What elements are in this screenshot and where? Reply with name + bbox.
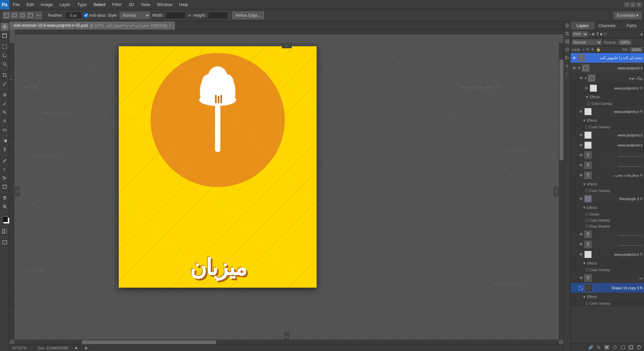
layer-item-12[interactable]: 👁 T ........................ — [571, 160, 644, 170]
menu-file[interactable]: File — [9, 0, 23, 9]
layer-visibility-0[interactable]: 👁 — [572, 56, 577, 60]
document-tab[interactable]: visit-restoran-10.6-www.psdprint.ir-02.p… — [9, 21, 175, 30]
scroll-down-arrow[interactable]: ‹ — [284, 332, 289, 340]
layer-item-13[interactable]: 👁 T سفارشات مجب... fx — [571, 170, 644, 180]
effect-collapse-14[interactable]: ▼ — [583, 182, 586, 186]
swap-icon[interactable]: ⇌ — [188, 13, 191, 18]
menu-filter[interactable]: Filter — [109, 0, 125, 9]
tool-clone-stamp[interactable] — [1, 108, 9, 116]
layer-visibility-16[interactable]: 👁 — [579, 196, 583, 201]
layer-visibility-23[interactable]: 👁 — [579, 252, 583, 257]
layer-visibility-6[interactable]: 👁 — [579, 109, 583, 114]
tool-brush[interactable] — [1, 100, 9, 108]
tool-pen[interactable] — [1, 157, 9, 165]
effect-item-8[interactable]: Color Overlay — [571, 124, 644, 130]
tool-single-row[interactable] — [35, 12, 42, 19]
effect-item-5[interactable]: Color Overlay — [571, 101, 644, 107]
height-input[interactable] — [208, 12, 228, 19]
close-btn[interactable]: × — [637, 2, 641, 7]
h-scroll-thumb[interactable] — [82, 340, 216, 344]
strip-history-icon[interactable] — [565, 47, 570, 52]
lock-transparent-icon[interactable]: ▪ — [583, 48, 584, 52]
style-select[interactable]: Normal Fixed Ratio Fixed Size — [120, 12, 150, 19]
essentials-menu[interactable]: Essentials ▾ — [614, 12, 641, 19]
tool-screen-mode[interactable] — [1, 238, 9, 246]
strip-color-icon[interactable] — [565, 23, 570, 28]
effect-collapse-28[interactable]: ▼ — [583, 295, 586, 299]
menu-3d[interactable]: 3D — [125, 0, 138, 9]
filter-adj-icon[interactable]: ◐ — [592, 32, 595, 36]
tool-gradient[interactable] — [1, 137, 9, 145]
tool-rect-marquee[interactable] — [3, 12, 10, 19]
layer-visibility-2[interactable]: 👁 — [579, 76, 583, 80]
adjustment-layer-btn[interactable] — [612, 344, 618, 350]
layer-visibility-13[interactable]: 👁 — [579, 173, 583, 178]
layer-item-9[interactable]: 👁 www.psdprint.ir — [571, 130, 644, 140]
tool-eraser[interactable] — [1, 126, 9, 134]
status-next-arrow[interactable]: ▶ — [84, 346, 89, 350]
tool-artboard[interactable] — [1, 32, 9, 40]
tool-rect-b[interactable] — [11, 12, 18, 19]
tool-zoom[interactable] — [1, 202, 9, 211]
effect-item-25[interactable]: Color Overlay — [571, 267, 644, 273]
scroll-right-arrow[interactable]: › — [553, 186, 559, 196]
layer-item-0[interactable]: 👁 ! چشم این لایه را خاموش کنید — [571, 53, 644, 63]
layer-item-6[interactable]: 👁 www.psdprint.ir fx — [571, 107, 644, 117]
tool-path-select[interactable] — [1, 174, 9, 182]
tool-quick-mask[interactable] — [1, 227, 9, 235]
menu-image[interactable]: Image — [37, 0, 56, 9]
lock-paint-icon[interactable]: ✎ — [586, 47, 589, 52]
menu-layer[interactable]: Layer — [56, 0, 74, 9]
tool-eyedropper[interactable] — [1, 80, 9, 88]
effect-collapse-24[interactable]: ▼ — [583, 261, 586, 265]
effect-item-18[interactable]: Stroke — [571, 211, 644, 217]
effect-header-7[interactable]: ▼ Effects — [571, 117, 644, 124]
tool-crop[interactable] — [1, 71, 9, 79]
lock-position-icon[interactable]: ✛ — [591, 47, 594, 52]
layer-style-btn[interactable]: fx — [596, 344, 602, 350]
effect-item-19[interactable]: Color Overlay — [571, 217, 644, 223]
tool-quick-select[interactable] — [1, 60, 9, 68]
layer-visibility-11[interactable]: 👁 — [579, 153, 583, 158]
canvas-document[interactable]: www.psdprint.ir — [119, 46, 317, 288]
layer-item-21[interactable]: 👁 T ........................ — [571, 229, 644, 239]
layer-item-26[interactable]: 👁 T ب — [571, 273, 644, 283]
tool-rect-d[interactable] — [27, 12, 34, 19]
filter-type-select[interactable]: Kind Name Effect — [572, 31, 588, 37]
delete-layer-btn[interactable] — [636, 344, 642, 350]
layer-item-1[interactable]: 👁 ▼ www.psdprint.ir — [571, 63, 644, 73]
color-swatches[interactable] — [1, 215, 9, 224]
tool-lasso[interactable] — [1, 51, 9, 59]
effect-header-17[interactable]: ▼ Effects — [571, 204, 644, 211]
effect-item-29[interactable]: Color Overlay — [571, 300, 644, 306]
menu-help[interactable]: Help — [176, 0, 192, 9]
menu-select[interactable]: Select — [90, 0, 109, 9]
layer-item-11[interactable]: 👁 T ........................ — [571, 150, 644, 160]
status-prev-arrow[interactable]: ◀ — [73, 346, 78, 350]
strip-info2-icon[interactable]: i — [565, 71, 570, 76]
tab-layers[interactable]: Layers — [571, 21, 595, 30]
tool-rect-c[interactable] — [19, 12, 26, 19]
layer-item-22[interactable]: 👁 T ........................ — [571, 239, 644, 249]
layer-visibility-3[interactable]: 👁 — [584, 86, 589, 91]
menu-view[interactable]: View — [138, 0, 154, 9]
lock-all-icon[interactable]: 🔒 — [596, 47, 601, 52]
scroll-left-arrow[interactable]: ‹ — [15, 186, 20, 196]
link-layers-btn[interactable]: 🔗 — [588, 344, 594, 350]
tool-hand[interactable] — [1, 194, 9, 202]
menu-type[interactable]: Type — [74, 0, 90, 9]
effect-header-14[interactable]: ▼ Effects — [571, 180, 644, 188]
filter-toggle[interactable]: ● — [640, 32, 643, 36]
tab-channels[interactable]: Channels — [595, 21, 620, 30]
layer-visibility-22[interactable]: 👁 — [579, 242, 583, 247]
opacity-input[interactable] — [618, 39, 632, 45]
maximize-btn[interactable]: □ — [631, 2, 635, 7]
feather-input[interactable] — [65, 12, 82, 19]
tool-shape[interactable] — [1, 183, 9, 191]
filter-shape-icon[interactable]: ◆ — [600, 32, 602, 36]
effect-header-4[interactable]: ▼ Effects — [571, 93, 644, 101]
tab-paths[interactable]: Paths — [620, 21, 644, 30]
tool-move[interactable] — [1, 23, 9, 31]
foreground-color-swatch[interactable] — [2, 216, 8, 222]
layer-item-3[interactable]: 👁 www.psdprint.ir fx — [571, 83, 644, 93]
